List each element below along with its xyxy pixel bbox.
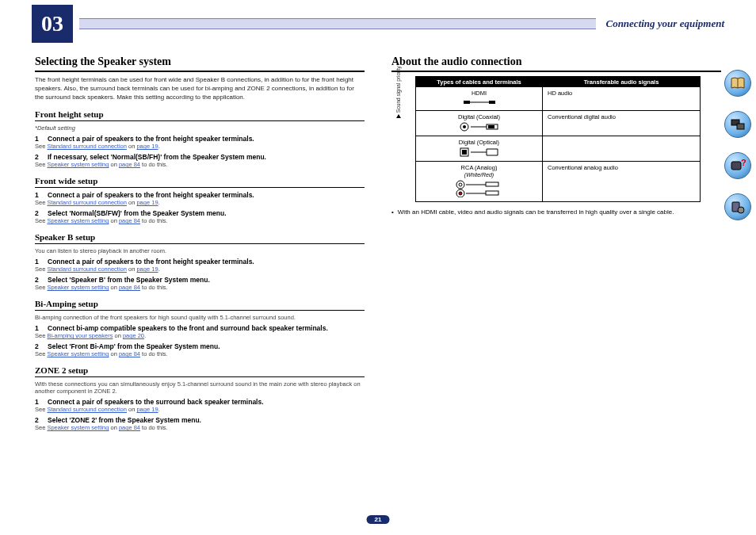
cable-cell: HDMI (416, 87, 543, 110)
step: 1Connect bi-amp compatible speakers to t… (35, 324, 365, 332)
step-ref: See Standard surround connection on page… (35, 143, 365, 150)
xref-link[interactable]: Speaker system setting (47, 161, 109, 168)
note-text: You can listen to stereo playback in ano… (35, 247, 365, 254)
xref-link[interactable]: Speaker system setting (47, 217, 109, 224)
step: 2Select 'Front Bi-Amp' from the Speaker … (35, 342, 365, 350)
step-ref: See Standard surround connection on page… (35, 199, 365, 206)
chapter-title: Connecting your equipment (596, 17, 724, 30)
page-link[interactable]: page 20 (123, 332, 144, 339)
subsection-heading: ZONE 2 setup (35, 365, 365, 377)
step-ref: See Standard surround connection on page… (35, 266, 365, 273)
signal-cell: Conventional analog audio (543, 162, 700, 201)
page-link[interactable]: page 19 (136, 406, 158, 413)
section-heading: About the audio connection (391, 55, 721, 72)
step: 2Select 'Speaker B' from the Speaker Sys… (35, 276, 365, 284)
svg-point-16 (459, 192, 462, 195)
table-row: Digital (Coaxial) Conventional digital a… (416, 111, 700, 136)
signal-cell: HD audio (543, 87, 700, 110)
xref-link[interactable]: Standard surround connection (47, 266, 127, 273)
step: 2Select 'Normal(SB/FW)' from the Speaker… (35, 209, 365, 217)
audio-table: Types of cables and terminalsTransferabl… (415, 76, 701, 202)
subsection-heading: Front height setup (35, 109, 365, 121)
step-ref: See Speaker system setting on page 84 to… (35, 424, 365, 431)
page-link[interactable]: page 84 (119, 350, 140, 357)
page-number: 21 (367, 515, 390, 524)
nav-book-icon[interactable] (724, 70, 751, 97)
step: 2Select 'ZONE 2' from the Speaker System… (35, 416, 365, 424)
page-link[interactable]: page 19 (136, 266, 158, 273)
signal-cell (543, 136, 700, 161)
note-text: *Default setting (35, 124, 365, 132)
note-text: With these connections you can simultane… (35, 380, 365, 395)
step: 1Connect a pair of speakers to the front… (35, 258, 365, 266)
svg-text:?: ? (741, 158, 746, 167)
xref-link[interactable]: Standard surround connection (47, 406, 127, 413)
step-ref: See Speaker system setting on page 84 to… (35, 350, 365, 357)
step-ref: See Speaker system setting on page 84 to… (35, 217, 365, 224)
subsection-heading: Front wide setup (35, 176, 365, 188)
svg-rect-21 (737, 124, 744, 129)
svg-point-4 (463, 125, 466, 128)
page-link[interactable]: page 19 (136, 143, 158, 150)
page-link[interactable]: page 19 (136, 199, 158, 206)
step: 1Connect a pair of speakers to the front… (35, 135, 365, 143)
priority-label: Sound signal priority (395, 66, 401, 119)
svg-point-25 (738, 207, 744, 213)
step-ref: See Speaker system setting on page 84 to… (35, 161, 365, 168)
step: 1Connect a pair of speakers to the front… (35, 191, 365, 199)
page-link[interactable]: page 84 (119, 161, 140, 168)
nav-equipment-icon[interactable] (724, 111, 751, 138)
svg-rect-18 (486, 191, 498, 195)
cable-cell: Digital (Optical) (416, 136, 543, 161)
xref-link[interactable]: Speaker system setting (47, 284, 109, 291)
step-ref: See Speaker system setting on page 84 to… (35, 284, 365, 291)
table-header: Transferable audio signals (543, 77, 700, 87)
signal-cell: Conventional digital audio (543, 111, 700, 136)
intro-text: The front height terminals can be used f… (35, 76, 365, 101)
xref-link[interactable]: Standard surround connection (47, 199, 127, 206)
chapter-number: 03 (32, 5, 73, 43)
subsection-heading: Bi-Amping setup (35, 299, 365, 311)
step-ref: See Bi-amping your speakers on page 20. (35, 332, 365, 339)
svg-rect-2 (489, 101, 495, 104)
svg-rect-0 (464, 101, 470, 104)
svg-rect-7 (488, 125, 494, 128)
table-row: Digital (Optical) (416, 136, 700, 162)
xref-link[interactable]: Bi-amping your speakers (47, 332, 113, 339)
side-nav: ? (724, 70, 751, 220)
bullet-note: •With an HDMI cable, video and audio sig… (391, 208, 721, 216)
svg-point-12 (459, 183, 462, 186)
cable-cell: Digital (Coaxial) (416, 111, 543, 136)
nav-help-icon[interactable]: ? (724, 152, 751, 179)
subsection-heading: Speaker B setup (35, 232, 365, 244)
xref-link[interactable]: Speaker system setting (47, 350, 109, 357)
svg-rect-22 (731, 162, 741, 170)
step-ref: See Standard surround connection on page… (35, 406, 365, 413)
nav-config-icon[interactable] (724, 193, 751, 220)
page-link[interactable]: page 84 (119, 424, 140, 431)
svg-rect-14 (486, 182, 498, 186)
table-header: Types of cables and terminals (416, 77, 543, 87)
table-row: RCA (Analog)(White/Red) Conventional ana… (416, 162, 700, 201)
note-text: Bi-amping connection of the front speake… (35, 314, 365, 321)
header-bar (79, 18, 596, 29)
table-row: HDMI HD audio (416, 87, 700, 111)
cable-cell: RCA (Analog)(White/Red) (416, 162, 543, 201)
page-link[interactable]: page 84 (119, 284, 140, 291)
xref-link[interactable]: Speaker system setting (47, 424, 109, 431)
step: 1Connect a pair of speakers to the surro… (35, 398, 365, 406)
xref-link[interactable]: Standard surround connection (47, 143, 127, 150)
page-header: 03 Connecting your equipment (0, 0, 756, 48)
page-link[interactable]: page 84 (119, 217, 140, 224)
step: 2If necessary, select 'Normal(SB/FH)' fr… (35, 153, 365, 161)
section-heading: Selecting the Speaker system (35, 55, 365, 72)
svg-rect-9 (462, 150, 467, 155)
